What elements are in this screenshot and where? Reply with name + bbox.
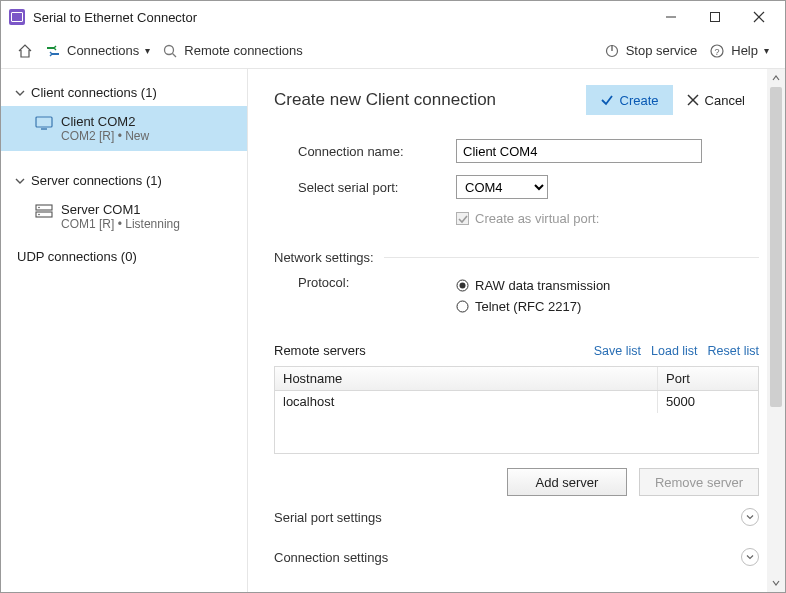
svg-point-4 bbox=[165, 45, 174, 54]
server-icon bbox=[35, 204, 53, 218]
network-settings-header: Network settings: bbox=[274, 250, 759, 265]
create-button[interactable]: Create bbox=[586, 85, 673, 115]
help-icon: ? bbox=[709, 43, 725, 59]
home-button[interactable] bbox=[11, 37, 39, 65]
remove-server-button: Remove server bbox=[639, 468, 759, 496]
radio-unselected-icon bbox=[456, 300, 469, 313]
power-icon bbox=[604, 43, 620, 59]
remote-servers-table: Hostname Port localhost 5000 bbox=[274, 366, 759, 454]
check-icon bbox=[600, 93, 614, 107]
maximize-button[interactable] bbox=[693, 2, 737, 32]
server-connections-header[interactable]: Server connections (1) bbox=[1, 167, 247, 194]
window-title: Serial to Ethernet Connector bbox=[33, 10, 649, 25]
sidebar-item-name: Client COM2 bbox=[61, 114, 149, 129]
sidebar: Client connections (1) Client COM2 COM2 … bbox=[1, 69, 248, 592]
sidebar-item-name: Server COM1 bbox=[61, 202, 180, 217]
svg-point-20 bbox=[457, 301, 468, 312]
create-virtual-port-label: Create as virtual port: bbox=[475, 211, 599, 226]
help-label: Help bbox=[731, 43, 758, 58]
connection-name-input[interactable] bbox=[456, 139, 702, 163]
minimize-button[interactable] bbox=[649, 2, 693, 32]
connections-icon bbox=[45, 43, 61, 59]
close-button[interactable] bbox=[737, 2, 781, 32]
protocol-label: Protocol: bbox=[298, 275, 456, 290]
remote-connections-button[interactable]: Remote connections bbox=[156, 37, 309, 65]
checkbox-icon bbox=[456, 212, 469, 225]
table-row[interactable]: localhost 5000 bbox=[275, 391, 758, 413]
protocol-raw-radio[interactable]: RAW data transmission bbox=[456, 275, 610, 296]
close-icon bbox=[687, 94, 699, 106]
create-button-label: Create bbox=[620, 93, 659, 108]
connections-dropdown[interactable]: Connections ▾ bbox=[39, 37, 156, 65]
sidebar-item-server-com1[interactable]: Server COM1 COM1 [R] • Listenning bbox=[1, 194, 247, 239]
chevron-down-icon: ▾ bbox=[764, 45, 769, 56]
add-server-button[interactable]: Add server bbox=[507, 468, 627, 496]
server-connections-label: Server connections (1) bbox=[31, 173, 162, 188]
load-list-link[interactable]: Load list bbox=[651, 344, 698, 358]
title-bar: Serial to Ethernet Connector bbox=[1, 1, 785, 33]
chevron-down-icon bbox=[741, 548, 759, 566]
stop-service-label: Stop service bbox=[626, 43, 698, 58]
serial-port-select[interactable]: COM4 bbox=[456, 175, 548, 199]
remote-servers-title: Remote servers bbox=[274, 343, 594, 358]
svg-point-15 bbox=[38, 214, 40, 216]
svg-point-14 bbox=[38, 207, 40, 209]
cancel-button-label: Cancel bbox=[705, 93, 745, 108]
create-virtual-port-checkbox: Create as virtual port: bbox=[456, 211, 599, 226]
search-icon bbox=[162, 43, 178, 59]
sidebar-item-sub: COM2 [R] • New bbox=[61, 129, 149, 143]
client-connections-label: Client connections (1) bbox=[31, 85, 157, 100]
home-icon bbox=[17, 43, 33, 59]
chevron-down-icon bbox=[741, 508, 759, 526]
scroll-up-button[interactable] bbox=[767, 69, 785, 87]
udp-connections-label[interactable]: UDP connections (0) bbox=[1, 239, 247, 274]
protocol-telnet-radio[interactable]: Telnet (RFC 2217) bbox=[456, 296, 610, 317]
toolbar: Connections ▾ Remote connections Stop se… bbox=[1, 33, 785, 69]
remote-connections-label: Remote connections bbox=[184, 43, 303, 58]
radio-selected-icon bbox=[456, 279, 469, 292]
svg-rect-10 bbox=[36, 117, 52, 127]
svg-line-5 bbox=[173, 53, 177, 57]
port-column-header[interactable]: Port bbox=[658, 367, 758, 390]
hostname-column-header[interactable]: Hostname bbox=[275, 367, 658, 390]
help-dropdown[interactable]: ? Help ▾ bbox=[703, 37, 775, 65]
save-list-link[interactable]: Save list bbox=[594, 344, 641, 358]
client-connections-header[interactable]: Client connections (1) bbox=[1, 79, 247, 106]
app-icon bbox=[9, 9, 25, 25]
connections-label: Connections bbox=[67, 43, 139, 58]
connection-name-label: Connection name: bbox=[298, 144, 456, 159]
scrollbar-thumb[interactable] bbox=[770, 87, 782, 407]
svg-text:?: ? bbox=[715, 46, 720, 56]
scroll-down-button[interactable] bbox=[767, 574, 785, 592]
page-title: Create new Client connection bbox=[274, 90, 586, 110]
chevron-down-icon bbox=[15, 88, 25, 98]
port-cell: 5000 bbox=[658, 391, 758, 413]
reset-list-link[interactable]: Reset list bbox=[708, 344, 759, 358]
cancel-button[interactable]: Cancel bbox=[673, 85, 759, 115]
connection-settings-section[interactable]: Connection settings bbox=[274, 536, 759, 566]
content-panel: Create new Client connection Create Canc… bbox=[248, 69, 785, 592]
svg-rect-1 bbox=[711, 13, 720, 22]
chevron-down-icon: ▾ bbox=[145, 45, 150, 56]
serial-port-label: Select serial port: bbox=[298, 180, 456, 195]
hostname-cell: localhost bbox=[275, 391, 658, 413]
sidebar-item-sub: COM1 [R] • Listenning bbox=[61, 217, 180, 231]
scrollbar[interactable] bbox=[767, 69, 785, 592]
chevron-down-icon bbox=[15, 176, 25, 186]
stop-service-button[interactable]: Stop service bbox=[598, 37, 704, 65]
serial-port-settings-section[interactable]: Serial port settings bbox=[274, 496, 759, 536]
sidebar-item-client-com2[interactable]: Client COM2 COM2 [R] • New bbox=[1, 106, 247, 151]
client-icon bbox=[35, 116, 53, 130]
svg-point-19 bbox=[460, 283, 466, 289]
